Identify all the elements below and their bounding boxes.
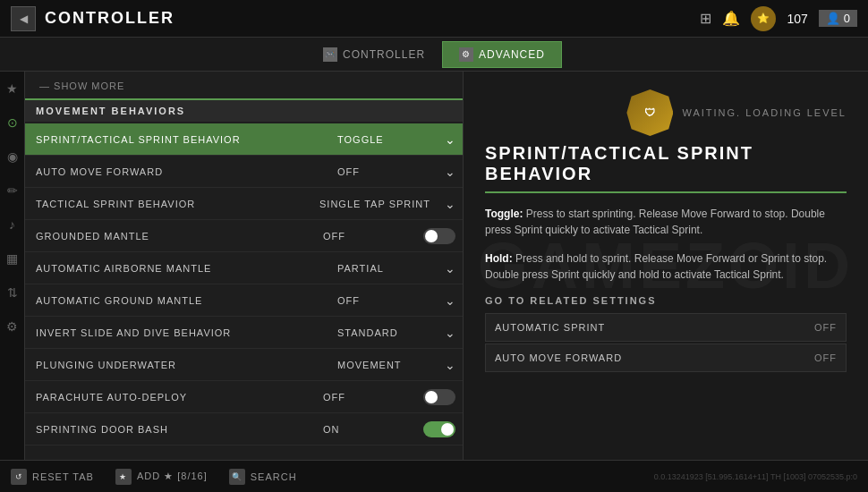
add-label: ADD ★ [8/16] — [137, 471, 208, 482]
setting-row-door-bash[interactable]: SPRINTING DOOR BASH ON — [25, 413, 463, 445]
related-row-0[interactable]: AUTOMATIC SPRINT OFF — [485, 313, 847, 342]
setting-arrow-sprint: ⌄ — [438, 132, 463, 147]
info-toggle-description: Toggle: Press to start sprinting. Releas… — [485, 206, 847, 238]
setting-value-parachute: OFF — [316, 392, 423, 403]
hold-desc-text: Press and hold to sprint. Release Move F… — [485, 252, 827, 281]
sidebar-icon-arrows[interactable]: ⇅ — [3, 283, 22, 302]
search-icon: 🔍 — [229, 469, 245, 485]
setting-name-parachute: PARACHUTE AUTO-DEPLOY — [25, 392, 316, 403]
setting-row-grounded-mantle[interactable]: GROUNDED MANTLE OFF — [25, 220, 463, 252]
top-right-actions: ⊞ 🔔 ⭐ 107 👤 0 — [700, 6, 857, 31]
page-title: CONTROLLER — [45, 9, 174, 28]
setting-name-tactical-sprint: TACTICAL SPRINT BEHAVIOR — [25, 199, 312, 209]
setting-name-plunging: PLUNGING UNDERWATER — [25, 360, 330, 370]
setting-value-sprint: TOGGLE — [330, 134, 438, 145]
toggle-knob-parachute — [425, 391, 438, 403]
add-icon: ★ — [115, 469, 132, 485]
setting-name-airborne-mantle: AUTOMATIC AIRBORNE MANTLE — [25, 263, 330, 274]
setting-row-ground-mantle[interactable]: AUTOMATIC GROUND MANTLE OFF ⌄ — [25, 284, 463, 317]
back-button[interactable]: ◀ — [11, 6, 36, 31]
sidebar-icon-star[interactable]: ★ — [3, 79, 22, 98]
sidebar-icon-pencil[interactable]: ✏ — [3, 181, 22, 200]
info-title: SPRINT/TACTICAL SPRINT BEHAVIOR — [485, 143, 847, 193]
setting-name-grounded-mantle: GROUNDED MANTLE — [25, 231, 316, 242]
setting-name-sprint: SPRINT/TACTICAL SPRINT BEHAVIOR — [25, 134, 330, 145]
setting-row-plunging[interactable]: PLUNGING UNDERWATER MOVEMENT ⌄ — [25, 349, 463, 381]
hold-desc-label: Hold: — [485, 252, 513, 265]
settings-panel: — SHOW MORE MOVEMENT BEHAVIORS SPRINT/TA… — [25, 72, 464, 460]
related-row-1[interactable]: AUTO MOVE FORWARD OFF — [485, 344, 847, 372]
related-value-0: OFF — [801, 322, 846, 333]
xp-badge: ⭐ — [751, 6, 776, 31]
controller-tab-label: CONTROLLER — [343, 48, 425, 61]
sidebar-icon-gamepad[interactable]: ⊙ — [3, 113, 22, 132]
controller-tab-icon: 🎮 — [323, 47, 337, 62]
bottom-bar: ↺ RESET TAB ★ ADD ★ [8/16] 🔍 SEARCH 0.0.… — [0, 460, 868, 492]
setting-value-door-bash: ON — [316, 424, 423, 435]
version-text: 0.0.13241923 [51.995.1614+11] TH [1003] … — [654, 472, 857, 481]
player-count: 0 — [844, 12, 850, 25]
toggle-grounded-mantle[interactable] — [423, 228, 455, 244]
add-button[interactable]: ★ ADD ★ [8/16] — [115, 469, 208, 485]
sidebar-icon-mouse[interactable]: ◉ — [3, 147, 22, 166]
waiting-badge: 🛡 WAITING. LOADING LEVEL — [626, 89, 847, 136]
setting-row-sprint-behavior[interactable]: SPRINT/TACTICAL SPRINT BEHAVIOR TOGGLE ⌄ — [25, 123, 463, 156]
setting-value-invert-slide: STANDARD — [330, 327, 438, 338]
setting-row-parachute[interactable]: PARACHUTE AUTO-DEPLOY OFF — [25, 381, 463, 413]
setting-row-invert-slide[interactable]: INVERT SLIDE AND DIVE BEHAVIOR STANDARD … — [25, 317, 463, 349]
reset-tab-button[interactable]: ↺ RESET TAB — [11, 469, 94, 485]
top-bar: ◀ CONTROLLER ⊞ 🔔 ⭐ 107 👤 0 — [0, 0, 868, 38]
search-button[interactable]: 🔍 SEARCH — [229, 469, 297, 485]
section-header: MOVEMENT BEHAVIORS — [25, 98, 463, 122]
toggle-desc-text: Press to start sprinting. Release Move F… — [485, 208, 825, 236]
toggle-knob-grounded-mantle — [425, 230, 438, 242]
setting-value-airborne-mantle: PARTIAL — [330, 263, 438, 274]
bell-icon[interactable]: 🔔 — [722, 10, 740, 27]
player-icon: 👤 — [826, 12, 840, 25]
setting-arrow-airborne-mantle: ⌄ — [438, 261, 463, 276]
setting-name-door-bash: SPRINTING DOOR BASH — [25, 424, 316, 435]
related-name-0: AUTOMATIC SPRINT — [486, 322, 801, 333]
tab-controller[interactable]: 🎮 CONTROLLER — [306, 41, 442, 68]
setting-arrow-tactical-sprint: ⌄ — [438, 197, 463, 211]
related-name-1: AUTO MOVE FORWARD — [486, 352, 801, 363]
setting-value-ground-mantle: OFF — [330, 295, 438, 306]
reset-label: RESET TAB — [32, 471, 94, 482]
setting-row-airborne-mantle[interactable]: AUTOMATIC AIRBORNE MANTLE PARTIAL ⌄ — [25, 252, 463, 284]
sidebar-icon-volume[interactable]: ♪ — [3, 215, 22, 234]
main-layout: ★ ⊙ ◉ ✏ ♪ ▦ ⇅ ⚙ — SHOW MORE MOVEMENT BEH… — [0, 72, 868, 460]
setting-value-plunging: MOVEMENT — [330, 360, 438, 370]
waiting-text: WAITING. LOADING LEVEL — [682, 107, 847, 118]
tab-bar: 🎮 CONTROLLER ⚙ ADVANCED — [0, 38, 868, 72]
setting-row-tactical-sprint[interactable]: TACTICAL SPRINT BEHAVIOR SINGLE TAP SPRI… — [25, 188, 463, 220]
setting-value-auto-move: OFF — [330, 166, 438, 177]
setting-name-ground-mantle: AUTOMATIC GROUND MANTLE — [25, 295, 330, 306]
sidebar-icon-gear[interactable]: ⚙ — [3, 317, 22, 336]
reset-icon: ↺ — [11, 469, 27, 485]
toggle-door-bash[interactable] — [423, 421, 455, 437]
setting-row-auto-move[interactable]: AUTO MOVE FORWARD OFF ⌄ — [25, 156, 463, 188]
advanced-tab-icon: ⚙ — [459, 47, 473, 62]
setting-value-grounded-mantle: OFF — [316, 231, 423, 242]
search-label: SEARCH — [251, 471, 297, 482]
setting-arrow-ground-mantle: ⌄ — [438, 293, 463, 308]
grid-icon[interactable]: ⊞ — [700, 10, 711, 27]
sidebar-icons: ★ ⊙ ◉ ✏ ♪ ▦ ⇅ ⚙ — [0, 72, 25, 460]
setting-name-invert-slide: INVERT SLIDE AND DIVE BEHAVIOR — [25, 327, 330, 338]
setting-arrow-auto-move: ⌄ — [438, 165, 463, 179]
related-settings-title: GO TO RELATED SETTINGS — [485, 295, 847, 306]
setting-name-auto-move: AUTO MOVE FORWARD — [25, 166, 330, 177]
player-badge: 👤 0 — [819, 10, 857, 27]
sidebar-icon-grid[interactable]: ▦ — [3, 249, 22, 268]
tab-advanced[interactable]: ⚙ ADVANCED — [442, 41, 562, 68]
shield-icon: 🛡 — [626, 89, 673, 136]
toggle-knob-door-bash — [441, 423, 454, 436]
setting-arrow-invert-slide: ⌄ — [438, 326, 463, 340]
setting-arrow-plunging: ⌄ — [438, 358, 463, 372]
related-value-1: OFF — [801, 352, 846, 363]
toggle-desc-label: Toggle: — [485, 208, 523, 220]
advanced-tab-label: ADVANCED — [479, 48, 545, 61]
setting-value-tactical-sprint: SINGLE TAP SPRINT — [312, 199, 438, 209]
show-more-row[interactable]: — SHOW MORE — [25, 77, 463, 98]
toggle-parachute[interactable] — [423, 389, 455, 405]
